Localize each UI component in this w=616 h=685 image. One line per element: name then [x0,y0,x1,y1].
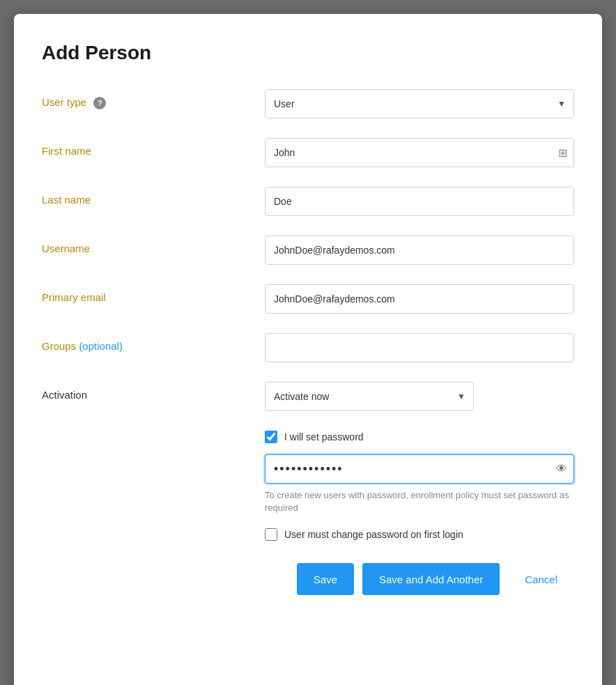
groups-optional-label: (optional) [79,340,123,352]
last-name-control [265,187,574,216]
page-title: Add Person [42,42,574,64]
groups-input[interactable] [265,333,574,362]
groups-control [265,333,574,362]
change-password-label: User must change password on first login [284,529,463,540]
groups-label: Groups (optional) [42,333,265,352]
activation-select[interactable]: Activate now Send invitation Manual acti… [265,382,474,411]
first-name-control: ⊞ [265,138,574,167]
eye-icon[interactable]: 👁 [556,463,567,475]
user-type-label: User type ? [42,89,265,109]
user-type-select-wrapper: User Admin Guest ▼ [265,89,574,118]
activation-control: Activate now Send invitation Manual acti… [265,382,574,411]
footer-buttons: Save Save and Add Another Cancel [42,563,574,595]
primary-email-control [265,284,574,314]
add-person-modal: Add Person User type ? User Admin Guest … [14,14,602,685]
change-password-checkbox[interactable] [265,528,277,541]
activation-select-wrapper: Activate now Send invitation Manual acti… [265,382,474,411]
activation-label: Activation [42,382,265,401]
groups-row: Groups (optional) [42,333,574,362]
change-password-row: User must change password on first login [265,528,574,541]
username-label: Username [42,236,265,254]
first-name-input-wrapper: ⊞ [265,138,574,167]
generate-icon[interactable]: ⊞ [558,146,567,160]
first-name-input[interactable] [265,138,574,167]
first-name-label: First name [42,138,265,157]
save-button[interactable]: Save [297,563,354,595]
primary-email-input[interactable] [265,284,574,314]
save-and-add-button[interactable]: Save and Add Another [362,563,500,595]
set-password-label: I will set password [284,431,364,442]
primary-email-label: Primary email [42,284,265,303]
first-name-row: First name ⊞ [42,138,574,167]
set-password-checkbox[interactable] [265,431,277,443]
last-name-row: Last name [42,187,574,216]
password-input[interactable] [265,454,574,484]
user-type-row: User type ? User Admin Guest ▼ [42,89,574,118]
primary-email-row: Primary email [42,284,574,314]
user-type-help-icon[interactable]: ? [93,97,106,109]
username-input[interactable] [265,236,574,265]
last-name-label: Last name [42,187,265,206]
user-type-select[interactable]: User Admin Guest [265,89,574,118]
username-control [265,236,574,265]
set-password-row: I will set password [265,431,574,443]
password-hint: To create new users with password, enrol… [265,489,574,514]
username-row: Username [42,236,574,265]
activation-row: Activation Activate now Send invitation … [42,382,574,411]
password-row: 👁 [265,454,574,484]
last-name-input[interactable] [265,187,574,216]
cancel-button[interactable]: Cancel [508,563,574,595]
password-field-wrapper: 👁 [265,454,574,484]
user-type-control: User Admin Guest ▼ [265,89,574,118]
